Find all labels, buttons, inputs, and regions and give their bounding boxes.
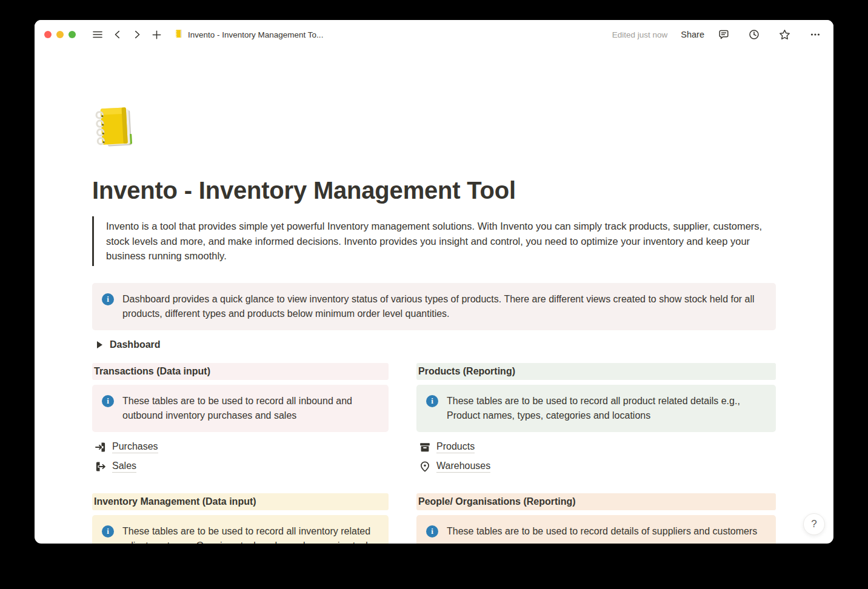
share-button[interactable]: Share — [681, 30, 704, 39]
transactions-callout-text: These tables are to be used to record al… — [122, 394, 379, 423]
more-options-icon[interactable] — [807, 26, 824, 43]
page-icon[interactable] — [92, 104, 139, 151]
zoom-window-button[interactable] — [68, 31, 76, 38]
archive-box-icon — [419, 441, 431, 453]
page-link-purchases[interactable]: Purchases — [92, 438, 389, 456]
desktop-background: Invento - Inventory Management To... Edi… — [0, 0, 868, 589]
window-toolbar: Invento - Inventory Management To... Edi… — [35, 20, 833, 49]
location-pin-icon — [419, 461, 431, 473]
page-title: Invento - Inventory Management Tool — [92, 175, 776, 205]
back-icon[interactable] — [110, 27, 125, 42]
toggle-triangle-icon[interactable] — [97, 341, 102, 348]
page-link-label: Sales — [112, 461, 136, 473]
products-callout-text: These tables are to be used to record al… — [447, 394, 766, 423]
breadcrumb-title: Invento - Inventory Management To... — [188, 30, 323, 39]
column-inventory-management: Inventory Management (Data input) These … — [92, 493, 389, 544]
dashboard-toggle-label: Dashboard — [110, 339, 161, 350]
inventory-management-callout-text: These tables are to be used to record al… — [122, 524, 379, 544]
inventory-management-callout: These tables are to be used to record al… — [92, 515, 389, 544]
info-icon — [102, 395, 114, 407]
minimize-window-button[interactable] — [56, 31, 64, 38]
page-link-label: Warehouses — [436, 461, 490, 473]
section-heading-products: Products (Reporting) — [416, 363, 776, 380]
page-body: Invento - Inventory Management Tool Inve… — [92, 104, 776, 544]
comments-icon[interactable] — [715, 26, 732, 43]
section-heading-people-organisations: People/ Organisations (Reporting) — [416, 493, 776, 510]
columns-row-2: Inventory Management (Data input) These … — [92, 493, 776, 544]
transactions-links: Purchases — [92, 438, 389, 476]
sidebar-toggle-icon[interactable] — [89, 26, 106, 43]
people-organisations-callout-text: These tables are to be used to record de… — [447, 524, 757, 539]
column-people-organisations: People/ Organisations (Reporting) These … — [416, 493, 776, 544]
favorite-star-icon[interactable] — [776, 26, 793, 44]
breadcrumb[interactable]: Invento - Inventory Management To... — [173, 28, 323, 41]
dashboard-toggle[interactable]: Dashboard — [92, 336, 776, 353]
section-heading-inventory-management: Inventory Management (Data input) — [92, 493, 389, 510]
products-callout: These tables are to be used to record al… — [416, 385, 776, 432]
edited-status: Edited just now — [612, 30, 668, 39]
columns-row-1: Transactions (Data input) These tables a… — [92, 363, 776, 477]
section-heading-transactions: Transactions (Data input) — [92, 363, 389, 380]
toolbar-right-icons — [715, 26, 824, 44]
intro-quote: Invento is a tool that provides simple y… — [92, 216, 776, 266]
products-links: Products Warehouses — [416, 438, 776, 476]
door-enter-icon — [95, 441, 107, 453]
door-exit-icon — [95, 461, 107, 473]
updates-clock-icon[interactable] — [746, 26, 763, 43]
new-page-icon[interactable] — [149, 27, 165, 43]
help-button[interactable]: ? — [803, 513, 825, 535]
page-link-label: Purchases — [112, 441, 158, 453]
people-organisations-callout: These tables are to be used to record de… — [416, 515, 776, 544]
page-link-warehouses[interactable]: Warehouses — [416, 458, 776, 476]
info-icon — [102, 293, 114, 305]
close-window-button[interactable] — [44, 31, 52, 38]
info-icon — [426, 395, 438, 407]
info-icon — [426, 525, 438, 537]
page-link-products[interactable]: Products — [416, 438, 776, 456]
page-link-label: Products — [436, 441, 475, 453]
dashboard-callout: Dashboard provides a quick glance to vie… — [92, 283, 776, 330]
forward-icon[interactable] — [129, 27, 145, 42]
info-icon — [102, 525, 114, 537]
app-window: Invento - Inventory Management To... Edi… — [35, 20, 833, 544]
page-notebook-icon — [173, 28, 184, 41]
page-link-sales[interactable]: Sales — [92, 458, 389, 476]
traffic-lights — [44, 31, 76, 38]
dashboard-callout-text: Dashboard provides a quick glance to vie… — [122, 292, 766, 321]
transactions-callout: These tables are to be used to record al… — [92, 385, 389, 432]
column-products: Products (Reporting) These tables are to… — [416, 363, 776, 477]
column-transactions: Transactions (Data input) These tables a… — [92, 363, 389, 477]
